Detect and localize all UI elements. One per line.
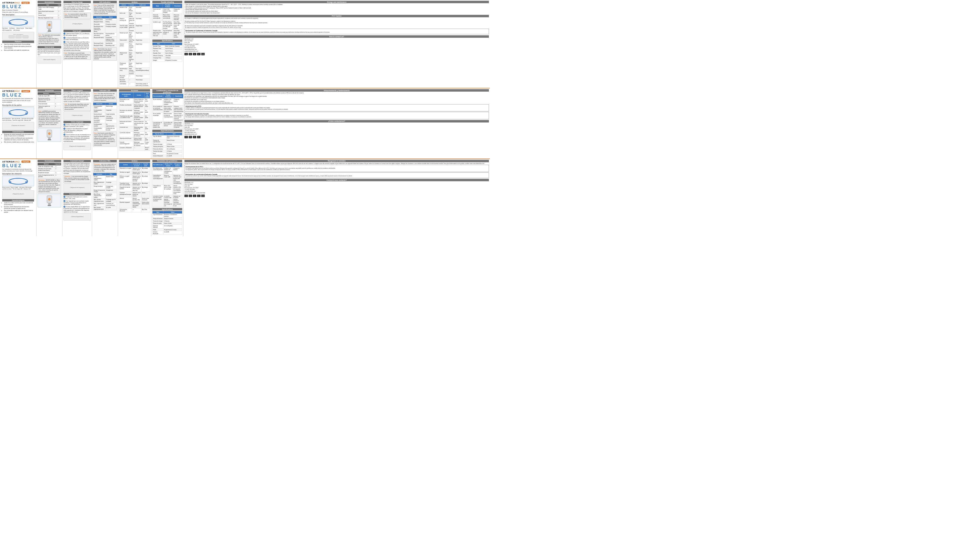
en-trouble-panel: Trouble shooting State Possible Problem …: [151, 0, 183, 88]
note-led2-en: Note: This function may vary on differen…: [93, 48, 117, 60]
note-led2-es: Nota: Esta función puede diferir en dist…: [93, 132, 117, 146]
table-row: Azul(parpadeo rápido)Recibiendo una llam…: [93, 127, 117, 131]
ul-icon: UL: [193, 53, 196, 55]
fr-actions-panel: Actions Actions Contrôle de la touche To…: [118, 159, 151, 236]
table-row: Azul(doble parpadeo)Conectado: [93, 119, 117, 123]
wear-diagram2-en: [ Wear position diagram ]: [38, 56, 61, 64]
es-header-panel: AFTERSHOKZ Español BLUEZ Los auriculares…: [0, 88, 37, 159]
svg-text:⚡: ⚡: [49, 133, 50, 135]
charge-diagram-en: [ Charging diagram ]: [64, 19, 91, 29]
tagline-es: Los auriculares de conducción ósea manti…: [2, 98, 34, 103]
actions-head-en: Actions: [119, 1, 150, 3]
table-row: Tarjeta de registro de garantía1: [38, 105, 61, 109]
table-row: Tipo de altavozAltavoz por conducción ós…: [153, 135, 182, 139]
accessories-head-fr: Accessoires: [38, 160, 61, 162]
svg-text:[ Charging diagram ]: [ Charging diagram ]: [72, 23, 82, 24]
table-row: Rouge (2 heures de charge)Chargement: [93, 189, 117, 193]
table-row: Bleu (double clignotement lent)Couplage …: [93, 199, 117, 202]
contact-info-fr: AfterShokz, LLC 4311 Fly Road Suite 108 …: [185, 182, 489, 194]
industry-canada-es: Advertencia de la FCC: Cualquier cambio …: [185, 104, 489, 111]
ic-icon: IC: [197, 53, 200, 55]
table-row: People on the other end of the phone can…: [153, 30, 182, 38]
trouble-head-fr: Résolution des problèmes: [152, 160, 182, 162]
led-table-es: IndicaciónEstado Rojo(parpadeo rápido)Ba…: [93, 102, 117, 131]
table-row: End a callPress Call ButtonTwo notes: [119, 12, 150, 17]
table-row: Rouge (continu)Chargement complet: [93, 185, 117, 189]
accessories-table-es: ElementoCantidad Cable de carga USB1 Ban…: [38, 92, 61, 109]
fcc-head-en: FCC Caution: [185, 15, 489, 17]
table-row: Tension Band1: [38, 14, 61, 17]
trouble-head-en: Trouble shooting: [152, 1, 182, 3]
table-row: Azul(parpadeo rápido)Cargando: [93, 109, 117, 113]
fcc-icon: FCC: [189, 53, 192, 55]
svg-rect-7: [22, 35, 29, 38]
en-accessories-panel: Accessories ItemQty USB to micro USB Cha…: [37, 0, 62, 88]
product-name-fr: BLUEZ: [2, 164, 34, 168]
pair-diagram-fr: [ Schéma d'appariement ]: [64, 213, 91, 221]
compliance-icons-es: CE FCC UL IC: [185, 136, 489, 138]
specs-table-es: Tipo de altavozValor Tipo de altavozAlta…: [152, 133, 182, 157]
wear-instructions-en: Place the wraparound head band behind yo…: [38, 49, 61, 56]
svg-rect-5: [9, 35, 14, 38]
es-led-panel: Indicador LED Nota: Si se aleja más del …: [92, 88, 118, 159]
svg-rect-6: [16, 35, 21, 38]
table-row: Bandeau de sport (avec feuillet d'instru…: [38, 168, 61, 172]
headset-diagram-fr: BLUEZ: [2, 176, 34, 186]
features-list-en: Open Ear design to keep aware of surroun…: [2, 43, 34, 51]
fcc-text-en: Any changes or modifications not express…: [185, 18, 489, 28]
table-row: Effective Distance10m(33ft): [153, 54, 182, 57]
table-row: Blue(single flash)Standby/idle: [93, 42, 117, 45]
table-row: Cable de carga USB1: [38, 95, 61, 97]
table-row: Mute/unmute a callPress Play Button whil…: [119, 52, 150, 62]
table-row: Control de vozMantenga pulse el botón de…: [119, 126, 150, 132]
note-led-es: Nota: Si se aleja más del alcance del di…: [93, 92, 117, 102]
svg-point-16: [9, 110, 28, 116]
part-desc-label-fr: Description des éléments: [2, 173, 34, 175]
actions-table-en: Actions Control Audio tone Answer a call…: [119, 4, 150, 87]
button-labels-es: Botón Reproducir Botón de llamada Interr…: [2, 118, 34, 121]
svg-rect-34: [48, 203, 51, 205]
table-row: Distancia efectiva10 m (33 pies): [153, 148, 182, 150]
part-desc-label-en: Part description: [2, 14, 34, 16]
table-row: AllumerAllumer (position ON)Quatre notes…: [119, 197, 150, 201]
table-row: Temps de veilleHasta 10 días: [153, 222, 182, 225]
es-storage-panel: Almacenamiento y mantenimiento Guarde lo…: [183, 88, 490, 159]
table-row: Talk TimeUp to 6 hours: [153, 49, 182, 52]
svg-rect-35: [48, 205, 51, 206]
table-row: No es posible emparejarBluez no entra el…: [153, 113, 184, 121]
contact-info-en: AfterShokz, LLC 4311 Fly Road Suite 108 …: [185, 38, 489, 52]
table-row: Las personas al otro lado del teléfono n…: [153, 121, 184, 129]
table-row: Transférer le son vers votre portableApp…: [119, 182, 150, 186]
es-trouble-panel: Localización y resolución de problemas N…: [151, 88, 183, 159]
table-row: Bluetooth disconnect—Three beeps: [119, 79, 150, 83]
table-row: Terminer un appelAppuyer sur la touche A…: [119, 171, 150, 175]
svg-point-0: [9, 19, 28, 25]
fr-accessories-panel: Accessoires ÉlémentQuantité Câble de cha…: [37, 159, 62, 236]
fr-trouble-panel: Résolution des problèmes Ne s'allume pas…: [151, 159, 183, 236]
table-row: Answer a callPress Call ButtonTwo notes: [119, 6, 150, 12]
headset-diagram-en: BLUEZ: [2, 17, 34, 27]
table-row: Bleu (simple clignotement lent)En veille: [93, 207, 117, 210]
table-row: Standby TimeUp to 10 days: [153, 52, 182, 54]
svg-text:BLUEZ: BLUEZ: [16, 178, 20, 179]
trouble-table-es: No se enciendePosible ProblemaResolución…: [152, 94, 183, 129]
industry-canada-en: Declaration of Conformity of Industry Ca…: [185, 29, 489, 34]
svg-text:How to wear diagrams: How to wear diagrams: [13, 34, 23, 35]
usb-charging-diagram-es: ⚡: [38, 128, 61, 142]
table-row: Peso43 gramos/1,5 onzas: [153, 153, 182, 155]
note-charge-es: Nota: Se recomienda cargar Bluez antes d…: [64, 103, 91, 111]
rohs-icon: RoHS: [201, 53, 205, 55]
table-row: Rojo(parpadeo rápido)Batería baja: [93, 105, 117, 109]
table-row: Carte d'enregistrement de la garantie1: [38, 174, 61, 178]
ce-icon-es: CE: [185, 136, 188, 138]
table-row: Bluetooth connect—Three beeps: [119, 75, 150, 79]
compliance-icons-fr: CE FCC UL IC RoHS: [185, 195, 489, 197]
contact-head-en: How to contact us?: [185, 35, 489, 38]
storage-head-en: Storage and maintenance: [185, 1, 489, 3]
svg-point-1: [9, 22, 11, 24]
table-row: Weight43 grams/1.5 ounces: [153, 59, 182, 62]
table-row: Play/pause musicPress Play ButtonSingle …: [119, 62, 150, 68]
french-row: AFTERSHOKZ Français BLUEZ Les écouteurs …: [0, 159, 490, 236]
table-row: Refuser un appel entrantAppuyer sur la t…: [119, 175, 150, 182]
trouble-table-en: State Possible Problem Resolution Does n…: [152, 4, 182, 38]
